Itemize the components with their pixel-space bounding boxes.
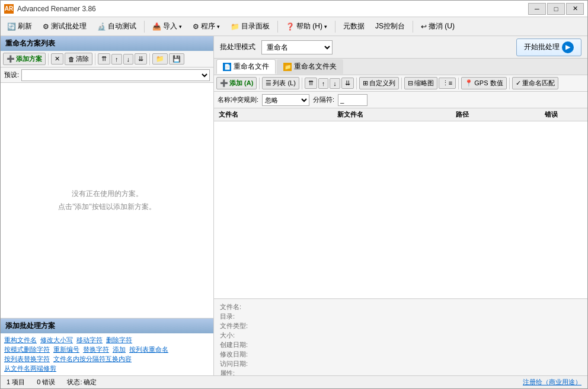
rt-arrow-bottom-icon: ⇊ bbox=[345, 79, 350, 87]
preset-select[interactable] bbox=[21, 69, 210, 81]
method-row-2: 按模式删除字符 重新编号 替换字符 添加 按列表重命名 bbox=[4, 345, 210, 354]
info-filename-label: 文件名: bbox=[220, 303, 255, 311]
arrow-top-icon: ⇈ bbox=[101, 55, 107, 63]
folder-tab-icon: 📁 bbox=[283, 63, 292, 71]
items-count: 1 项目 bbox=[7, 378, 25, 387]
col-new-filename: 新文件名 bbox=[335, 110, 453, 120]
dir-panel-icon: 📁 bbox=[231, 22, 239, 31]
method-links-container: 重构文件名 修改大小写 移动字符 删除字符 按模式删除字符 重新编号 替 bbox=[1, 333, 213, 375]
move-top-button[interactable]: ⇈ bbox=[98, 53, 110, 65]
maximize-button[interactable]: □ bbox=[547, 3, 565, 15]
rt-rename-match-icon: ✓ bbox=[516, 79, 521, 87]
rt-rename-match-button[interactable]: ✓ 重命名匹配 bbox=[512, 77, 558, 89]
method-pattern-delete[interactable]: 按模式删除字符 bbox=[4, 345, 50, 354]
separator-input[interactable] bbox=[338, 94, 368, 106]
file-table-body[interactable] bbox=[214, 121, 587, 298]
batch-mode-bar: 批处理模式 重命名 开始批处理 ▶ bbox=[214, 36, 587, 59]
move-bottom-button[interactable]: ⇊ bbox=[135, 53, 147, 65]
minimize-button[interactable]: ─ bbox=[528, 3, 546, 15]
menu-help[interactable]: ❓ 帮助 (H) bbox=[282, 20, 331, 33]
app-icon: AR bbox=[4, 4, 14, 14]
clear-button[interactable]: 🗑 清除 bbox=[65, 53, 92, 65]
method-list-replace[interactable]: 按列表替换字符 bbox=[4, 355, 50, 364]
rt-thumbnails-button[interactable]: ⊟ 缩略图 bbox=[404, 77, 437, 89]
rt-custom-col-button[interactable]: ⊞ 自定义列 bbox=[359, 77, 399, 89]
file-icon: 📄 bbox=[223, 63, 231, 71]
add-method-header: 添加批处理方案 bbox=[1, 319, 213, 333]
save-button[interactable]: 💾 bbox=[169, 53, 184, 65]
info-dir-row: 目录: bbox=[220, 312, 581, 321]
add-scheme-button[interactable]: ➕ 添加方案 bbox=[3, 53, 46, 65]
undo-icon: ↩ bbox=[421, 22, 427, 31]
menu-separator-2 bbox=[277, 21, 278, 33]
batch-mode-select[interactable]: 重命名 bbox=[261, 40, 333, 54]
rt-up-top-button[interactable]: ⇈ bbox=[305, 78, 317, 89]
rt-down-bottom-button[interactable]: ⇊ bbox=[341, 78, 354, 89]
options-bar: 名称冲突规则: 忽略 覆盖 跳过 分隔符: bbox=[214, 92, 587, 108]
move-up-button[interactable]: ↑ bbox=[111, 54, 122, 65]
menu-bar: 🔄 刷新 ⚙ 测试批处理 🔬 自动测试 📥 导入 ⚙ 程序 📁 目录面板 ❓ 帮… bbox=[1, 17, 587, 36]
menu-import[interactable]: 📥 导入 bbox=[148, 20, 186, 33]
title-bar-left: AR Advanced Renamer 3.86 bbox=[4, 4, 96, 14]
menu-auto-test[interactable]: 🔬 自动测试 bbox=[93, 20, 140, 33]
separator-label: 分隔符: bbox=[313, 95, 334, 104]
program-icon: ⚙ bbox=[193, 22, 199, 31]
rt-down-button[interactable]: ↓ bbox=[330, 78, 340, 89]
rt-gps-button[interactable]: 📍 GPS 数值 bbox=[461, 77, 506, 89]
preset-bar: 预设: bbox=[1, 67, 213, 83]
rt-custom-col-icon: ⊞ bbox=[363, 79, 368, 87]
rt-add-icon: ➕ bbox=[220, 79, 228, 87]
main-window: AR Advanced Renamer 3.86 ─ □ ✕ 🔄 刷新 ⚙ 测试… bbox=[0, 0, 588, 389]
menu-refresh[interactable]: 🔄 刷新 bbox=[3, 20, 36, 33]
left-panel: 重命名方案列表 ➕ 添加方案 ✕ 🗑 清除 ⇈ bbox=[1, 36, 214, 375]
preset-label: 预设: bbox=[4, 70, 19, 79]
info-dir-label: 目录: bbox=[220, 312, 255, 321]
method-reconstruct[interactable]: 重构文件名 bbox=[4, 336, 37, 345]
menu-dir-panel[interactable]: 📁 目录面板 bbox=[226, 20, 274, 33]
move-down-button[interactable]: ↓ bbox=[123, 54, 134, 65]
method-renumber[interactable]: 重新编号 bbox=[53, 345, 79, 354]
info-modified-row: 修改日期: bbox=[220, 350, 581, 359]
menu-program[interactable]: ⚙ 程序 bbox=[188, 20, 224, 33]
right-panel: 批处理模式 重命名 开始批处理 ▶ 📄 重命名文件 📁 重命名文件夹 bbox=[214, 36, 587, 375]
folder-icon: 📁 bbox=[156, 55, 164, 63]
rt-sort-button[interactable]: ⋮≡ bbox=[439, 78, 456, 89]
refresh-icon: 🔄 bbox=[7, 22, 16, 31]
method-delete-char[interactable]: 删除字符 bbox=[106, 336, 132, 345]
delete-button[interactable]: ✕ bbox=[51, 53, 63, 65]
register-link[interactable]: 注册给（商业用途） bbox=[523, 378, 581, 387]
tb-sep-2 bbox=[95, 53, 95, 65]
save-icon: 💾 bbox=[172, 55, 181, 63]
rt-arrow-up-icon: ↑ bbox=[322, 80, 325, 87]
method-change-case[interactable]: 修改大小写 bbox=[40, 336, 73, 345]
method-replace[interactable]: 替换字符 bbox=[83, 345, 109, 354]
rt-list-button[interactable]: ☰ 列表 (L) bbox=[262, 77, 299, 89]
conflict-select[interactable]: 忽略 覆盖 跳过 bbox=[262, 94, 309, 106]
import-icon: 📥 bbox=[152, 22, 161, 31]
rt-up-button[interactable]: ↑ bbox=[318, 78, 329, 89]
method-sep-swap[interactable]: 文件名内按分隔符互换内容 bbox=[53, 355, 132, 364]
menu-metadata[interactable]: 元数据 bbox=[339, 20, 369, 33]
close-button[interactable]: ✕ bbox=[566, 3, 584, 15]
method-trim[interactable]: 从文件名两端修剪 bbox=[4, 364, 56, 373]
menu-test-batch[interactable]: ⚙ 测试批处理 bbox=[39, 20, 91, 33]
method-list-rename[interactable]: 按列表重命名 bbox=[129, 345, 168, 354]
info-created-label: 创建日期: bbox=[220, 340, 255, 349]
tab-rename-files[interactable]: 📄 重命名文件 bbox=[216, 59, 276, 74]
tab-rename-folders[interactable]: 📁 重命名文件夹 bbox=[277, 59, 343, 74]
rt-sep-5 bbox=[458, 78, 459, 89]
rt-add-button[interactable]: ➕ 添加 (A) bbox=[216, 77, 257, 89]
rt-sep-3 bbox=[356, 78, 357, 89]
method-add[interactable]: 添加 bbox=[113, 345, 126, 354]
start-batch-button[interactable]: 开始批处理 ▶ bbox=[516, 38, 581, 56]
play-icon: ▶ bbox=[562, 41, 574, 53]
col-filename: 文件名 bbox=[216, 110, 335, 120]
method-move-char[interactable]: 移动字符 bbox=[76, 336, 103, 345]
folder-button[interactable]: 📁 bbox=[152, 53, 168, 65]
menu-undo[interactable]: ↩ 撤消 (U) bbox=[417, 20, 459, 33]
info-panel: 文件名: 目录: 文件类型: 大小: 创建日期: bbox=[214, 298, 587, 375]
arrow-up-icon: ↑ bbox=[115, 56, 119, 63]
menu-js-console[interactable]: JS控制台 bbox=[371, 20, 409, 33]
info-filetype-label: 文件类型: bbox=[220, 322, 255, 330]
arrow-bottom-icon: ⇊ bbox=[138, 55, 143, 63]
